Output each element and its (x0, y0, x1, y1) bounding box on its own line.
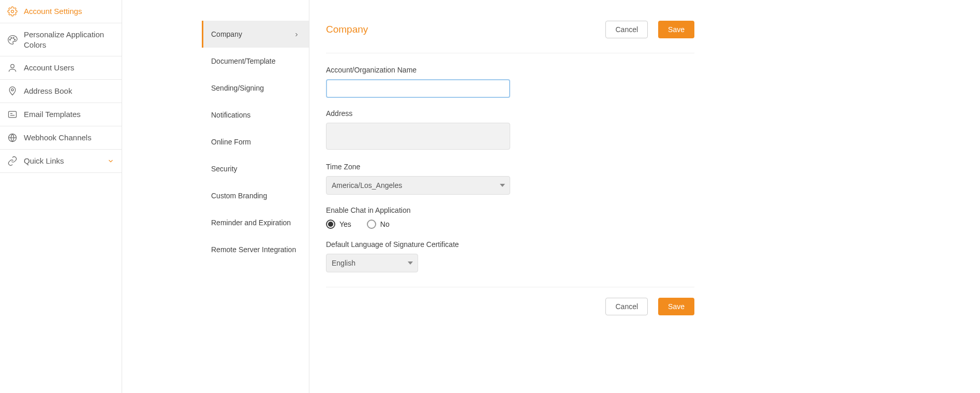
enable-chat-group: Enable Chat in Application Yes No (326, 206, 694, 229)
default-lang-select-wrap: English (326, 254, 418, 272)
user-icon (7, 63, 18, 73)
subnav-item-notifications[interactable]: Notifications (202, 101, 309, 128)
sidebar-item-webhook-channels[interactable]: Webhook Channels (0, 126, 122, 150)
address-group: Address (326, 109, 694, 151)
footer-actions: Cancel Save (326, 298, 694, 315)
org-name-input[interactable] (326, 79, 510, 98)
svg-point-3 (13, 37, 14, 38)
address-label: Address (326, 109, 694, 118)
org-name-group: Account/Organization Name (326, 66, 694, 98)
svg-rect-7 (9, 111, 17, 118)
link-icon (7, 156, 18, 166)
subnav-item-sending-signing[interactable]: Sending/Signing (202, 75, 309, 101)
sidebar-item-label: Account Settings (24, 6, 114, 17)
svg-point-1 (9, 39, 10, 40)
subnav-item-remote-server[interactable]: Remote Server Integration (202, 236, 309, 263)
palette-icon (7, 35, 18, 45)
settings-subnav: Company Document/Template Sending/Signin… (202, 0, 309, 393)
default-lang-label: Default Language of Signature Certificat… (326, 240, 694, 249)
map-pin-icon (7, 86, 18, 96)
subnav-item-security[interactable]: Security (202, 155, 309, 182)
radio-label: No (380, 220, 390, 228)
subnav-item-label: Custom Branding (211, 192, 267, 200)
enable-chat-label: Enable Chat in Application (326, 206, 694, 214)
save-button-footer[interactable]: Save (658, 298, 694, 315)
sidebar-item-label: Quick Links (24, 156, 101, 166)
subnav-item-doc-template[interactable]: Document/Template (202, 48, 309, 75)
subnav-item-label: Sending/Signing (211, 84, 264, 92)
chevron-down-icon (107, 157, 114, 165)
sidebar-nav: Account Settings Personalize Application… (0, 0, 122, 393)
subnav-item-label: Security (211, 165, 237, 173)
subnav-item-label: Company (211, 30, 242, 38)
timezone-group: Time Zone America/Los_Angeles (326, 163, 694, 195)
subnav-item-label: Online Form (211, 138, 251, 146)
default-lang-select[interactable]: English (326, 254, 418, 272)
card-icon (7, 109, 18, 120)
gear-icon (7, 6, 18, 17)
default-lang-group: Default Language of Signature Certificat… (326, 240, 694, 272)
chevron-right-icon (293, 31, 300, 37)
timezone-select[interactable]: America/Los_Angeles (326, 176, 510, 195)
subnav-item-company[interactable]: Company (202, 21, 309, 48)
page-header: Company Cancel Save (326, 21, 694, 53)
org-name-label: Account/Organization Name (326, 66, 694, 74)
header-actions: Cancel Save (605, 21, 694, 38)
sidebar-item-label: Email Templates (24, 109, 114, 120)
sidebar-item-account-settings[interactable]: Account Settings (0, 0, 122, 23)
enable-chat-no[interactable]: No (367, 220, 390, 229)
svg-point-0 (11, 10, 14, 13)
svg-point-2 (11, 37, 12, 38)
enable-chat-radios: Yes No (326, 220, 694, 229)
cancel-button-footer[interactable]: Cancel (605, 298, 648, 315)
sidebar-item-account-users[interactable]: Account Users (0, 56, 122, 80)
sidebar-item-label: Personalize Application Colors (24, 30, 114, 50)
sidebar-item-quick-links[interactable]: Quick Links (0, 150, 122, 173)
svg-point-5 (11, 64, 14, 68)
subnav-item-online-form[interactable]: Online Form (202, 128, 309, 155)
subnav-wrap: Company Document/Template Sending/Signin… (122, 0, 309, 393)
enable-chat-yes[interactable]: Yes (326, 220, 351, 229)
radio-label: Yes (339, 220, 351, 228)
svg-point-6 (11, 89, 13, 91)
sidebar-item-address-book[interactable]: Address Book (0, 80, 122, 103)
main-content: Company Cancel Save Account/Organization… (309, 0, 711, 393)
subnav-item-label: Remote Server Integration (211, 245, 296, 254)
sidebar-item-label: Address Book (24, 86, 114, 96)
divider (326, 287, 694, 287)
sidebar-item-label: Account Users (24, 63, 114, 73)
radio-icon (326, 220, 335, 229)
svg-point-4 (14, 39, 16, 40)
subnav-item-label: Document/Template (211, 57, 276, 65)
timezone-label: Time Zone (326, 163, 694, 171)
subnav-item-label: Notifications (211, 111, 250, 119)
address-input[interactable] (326, 123, 510, 150)
save-button[interactable]: Save (658, 21, 694, 38)
radio-icon (367, 220, 376, 229)
sidebar-item-personalize-colors[interactable]: Personalize Application Colors (0, 23, 122, 56)
page-title: Company (326, 24, 368, 35)
subnav-item-label: Reminder and Expiration (211, 219, 291, 227)
cancel-button[interactable]: Cancel (605, 21, 648, 38)
globe-icon (7, 133, 18, 143)
sidebar-item-label: Webhook Channels (24, 133, 114, 143)
subnav-item-reminder-expiration[interactable]: Reminder and Expiration (202, 209, 309, 236)
sidebar-item-email-templates[interactable]: Email Templates (0, 103, 122, 126)
timezone-select-wrap: America/Los_Angeles (326, 176, 510, 195)
subnav-item-custom-branding[interactable]: Custom Branding (202, 182, 309, 209)
